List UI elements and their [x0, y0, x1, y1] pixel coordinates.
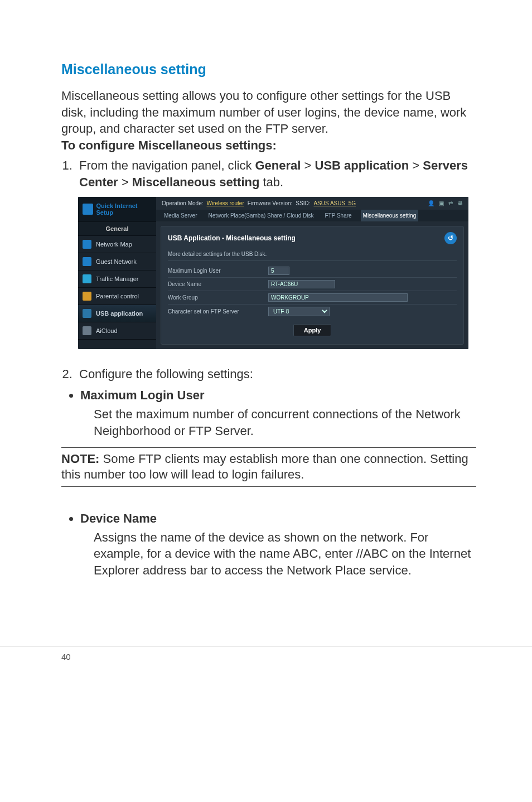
sidebar-item-label: USB application — [96, 310, 143, 317]
tab-media-server[interactable]: Media Server — [162, 210, 199, 221]
ssid-label: SSID: — [296, 200, 310, 206]
step1-sep3: > — [118, 175, 132, 189]
step1-usb: USB application — [315, 158, 409, 172]
tab-network-place[interactable]: Network Place(Samba) Share / Cloud Disk — [206, 210, 316, 221]
cloud-icon — [83, 326, 91, 335]
step1-sep1: > — [301, 158, 315, 172]
qis-label: Quick Internet Setup — [96, 202, 152, 216]
op-mode-label: Operation Mode: — [162, 200, 204, 206]
configure-heading: To configure Miscellaneous settings: — [61, 138, 476, 153]
section-title: Miscellaneous setting — [61, 61, 476, 78]
label-charset: Character set on FTP Server — [168, 308, 268, 315]
label-device-name: Device Name — [168, 281, 268, 287]
tab-misc-setting[interactable]: Miscellaneous setting — [361, 210, 419, 221]
usb-icon — [83, 309, 91, 318]
lock-icon — [83, 292, 91, 301]
sidebar-item-traffic-manager[interactable]: Traffic Manager — [78, 270, 156, 288]
sidebar-item-usb-application[interactable]: USB application — [78, 305, 156, 322]
input-max-login[interactable] — [268, 267, 289, 275]
sidebar-item-network-map[interactable]: Network Map — [78, 236, 156, 253]
note-label: NOTE: — [61, 452, 99, 466]
op-mode-value[interactable]: Wireless router — [207, 200, 244, 206]
ssid-value[interactable]: ASUS ASUS_5G — [313, 200, 356, 206]
select-charset[interactable]: UTF-8 — [268, 307, 330, 316]
wan-icon[interactable]: ⇄ — [448, 200, 453, 206]
bullet-device-name-desc: Assigns the name of the device as shown … — [94, 529, 476, 579]
qis-icon — [83, 204, 93, 215]
back-button[interactable]: ↺ — [444, 232, 457, 244]
apply-button[interactable]: Apply — [293, 324, 332, 336]
note-box: NOTE: Some FTP clients may establish mor… — [61, 447, 476, 487]
step1-tab-suffix: tab. — [259, 175, 283, 189]
sidebar-item-parental-control[interactable]: Parental control — [78, 288, 156, 305]
page-number: 40 — [61, 652, 71, 661]
network-map-icon — [83, 240, 91, 249]
user-icon[interactable]: 👤 — [428, 200, 434, 206]
input-work-group[interactable] — [268, 293, 408, 302]
bullet-max-login-desc: Set the maximum number of concurrent con… — [94, 406, 476, 439]
printer-icon[interactable]: 🖶 — [457, 200, 463, 206]
step1-general: General — [255, 158, 301, 172]
sidebar-item-label: Guest Network — [96, 258, 137, 265]
traffic-icon — [83, 274, 91, 283]
step1-sep2: > — [409, 158, 423, 172]
note-text: Some FTP clients may establish more than… — [61, 452, 468, 482]
step-1: From the navigation panel, click General… — [76, 157, 476, 190]
sidebar-item-label: AiCloud — [96, 327, 118, 334]
step1-misc: Miscellaneous setting — [132, 175, 260, 189]
bullet-device-name: Device Name — [80, 511, 476, 526]
router-screenshot: Quick Internet Setup General Network Map… — [78, 197, 468, 349]
sidebar-header-general: General — [78, 222, 156, 236]
bullet-max-login-user: Maximum Login User — [80, 388, 476, 403]
label-work-group: Work Group — [168, 294, 268, 301]
intro-paragraph: Miscellaneous setting allows you to conf… — [61, 88, 476, 137]
panel-title: USB Application - Miscellaneous setting — [168, 234, 296, 242]
label-max-login: Maximum Login User — [168, 268, 268, 274]
quick-internet-setup[interactable]: Quick Internet Setup — [78, 197, 156, 222]
usb-status-icon[interactable]: ▣ — [439, 200, 444, 206]
panel-subtitle: More detailed settings for the USB Disk. — [168, 251, 457, 261]
sidebar-item-label: Parental control — [96, 293, 139, 299]
sidebar-item-aicloud[interactable]: AiCloud — [78, 322, 156, 340]
sidebar-item-label: Network Map — [96, 241, 132, 248]
sidebar-item-label: Traffic Manager — [96, 276, 138, 282]
input-device-name[interactable] — [268, 280, 335, 288]
step-2: Configure the following settings: — [76, 366, 476, 383]
sidebar-item-guest-network[interactable]: Guest Network — [78, 253, 156, 270]
step1-prefix: From the navigation panel, click — [79, 158, 255, 172]
tab-ftp-share[interactable]: FTP Share — [322, 210, 354, 221]
fw-label: Firmware Version: — [248, 200, 293, 206]
guest-network-icon — [83, 257, 91, 266]
